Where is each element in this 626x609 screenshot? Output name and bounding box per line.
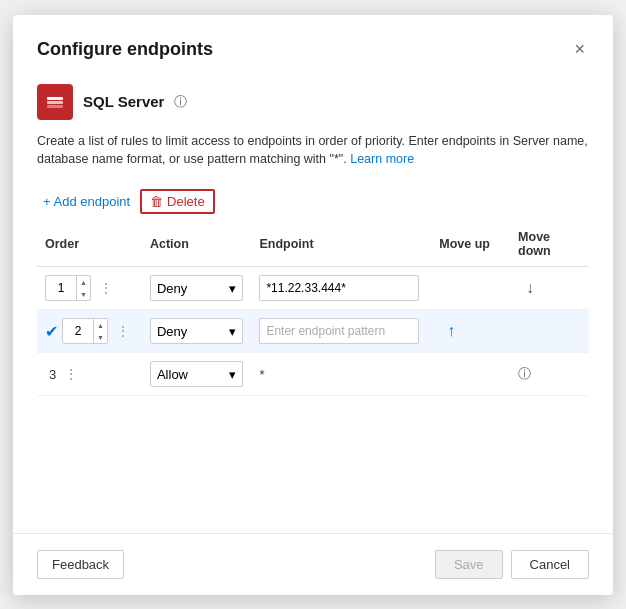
service-name: SQL Server [83,93,164,110]
delete-label: Delete [167,194,205,209]
footer-actions: Save Cancel [435,550,589,579]
row2-moveup-cell: ↑ [431,310,510,353]
row1-order-spinner[interactable]: ▲ ▼ [45,275,91,301]
row1-move-down-button[interactable]: ↓ [518,277,542,299]
description-text: Create a list of rules to limit access t… [13,128,613,182]
row3-drag-handle[interactable]: ⋮ [60,366,82,382]
configure-endpoints-dialog: Configure endpoints × SQL Server ⓘ Creat… [13,15,613,595]
row1-action-cell: Deny ▾ [142,267,251,310]
row2-action-chevron: ▾ [229,324,236,339]
row1-order-cell: ▲ ▼ ⋮ [37,267,142,310]
dialog-title: Configure endpoints [37,39,213,60]
row3-action-cell: Allow ▾ [142,353,251,396]
row2-endpoint-cell [251,310,431,353]
row1-action-value: Deny [157,281,187,296]
feedback-button[interactable]: Feedback [37,550,124,579]
row3-order-cell: 3 ⋮ [37,353,142,396]
row1-movedown-cell: ↓ [510,267,589,310]
row3-endpoint-cell: * [251,353,431,396]
row1-action-chevron: ▾ [229,281,236,296]
row1-spinner-up[interactable]: ▲ [77,276,90,288]
dialog-header: Configure endpoints × [13,15,613,76]
delete-icon: 🗑 [150,194,163,209]
row2-endpoint-input[interactable] [259,318,419,344]
row1-spinner-down[interactable]: ▼ [77,288,90,300]
toolbar: + Add endpoint 🗑 Delete [13,181,613,222]
row3-info-icon[interactable]: ⓘ [518,366,531,381]
row2-action-select[interactable]: Deny ▾ [150,318,243,344]
cancel-button[interactable]: Cancel [511,550,589,579]
add-endpoint-button[interactable]: + Add endpoint [37,190,136,213]
row3-endpoint-value: * [259,367,264,382]
row3-action-value: Allow [157,367,188,382]
endpoints-table: Order Action Endpoint Move up Move down [37,222,589,396]
row1-endpoint-cell [251,267,431,310]
save-button[interactable]: Save [435,550,503,579]
row2-order-spinner[interactable]: ▲ ▼ [62,318,108,344]
svg-rect-2 [47,105,63,108]
close-button[interactable]: × [570,35,589,64]
service-row: SQL Server ⓘ [13,76,613,128]
row2-spinner-arrows: ▲ ▼ [93,319,107,343]
dialog-footer: Feedback Save Cancel [13,533,613,595]
endpoints-table-container: Order Action Endpoint Move up Move down [13,222,613,533]
row2-order-cell: ✔ ▲ ▼ ⋮ [37,310,142,353]
header-action: Action [142,222,251,267]
row3-order-value: 3 [45,367,56,382]
row1-moveup-cell [431,267,510,310]
row2-spinner-down[interactable]: ▼ [94,331,107,343]
row2-spinner-up[interactable]: ▲ [94,319,107,331]
table-row: ▲ ▼ ⋮ Deny ▾ [37,267,589,310]
row2-order-input[interactable] [63,319,93,343]
header-order: Order [37,222,142,267]
table-row: 3 ⋮ Allow ▾ * ⓘ [37,353,589,396]
learn-more-link[interactable]: Learn more [350,152,414,166]
header-move-up: Move up [431,222,510,267]
header-endpoint: Endpoint [251,222,431,267]
sql-server-icon [37,84,73,120]
header-move-down: Move down [510,222,589,267]
row3-movedown-cell: ⓘ [510,353,589,396]
row1-drag-handle[interactable]: ⋮ [95,280,117,296]
row1-endpoint-input[interactable] [259,275,419,301]
row1-action-select[interactable]: Deny ▾ [150,275,243,301]
row2-movedown-cell [510,310,589,353]
delete-button[interactable]: 🗑 Delete [140,189,215,214]
row2-check-icon: ✔ [45,322,58,341]
table-header-row: Order Action Endpoint Move up Move down [37,222,589,267]
row2-drag-handle[interactable]: ⋮ [112,323,134,339]
table-row: ✔ ▲ ▼ ⋮ [37,310,589,353]
row3-action-select[interactable]: Allow ▾ [150,361,243,387]
row3-moveup-cell [431,353,510,396]
row2-action-value: Deny [157,324,187,339]
row3-action-chevron: ▾ [229,367,236,382]
row1-order-input[interactable] [46,276,76,300]
row2-action-cell: Deny ▾ [142,310,251,353]
service-info-icon[interactable]: ⓘ [174,93,187,111]
svg-rect-1 [47,101,63,104]
row1-spinner-arrows: ▲ ▼ [76,276,90,300]
svg-rect-0 [47,97,63,100]
row2-move-up-button[interactable]: ↑ [439,320,463,342]
